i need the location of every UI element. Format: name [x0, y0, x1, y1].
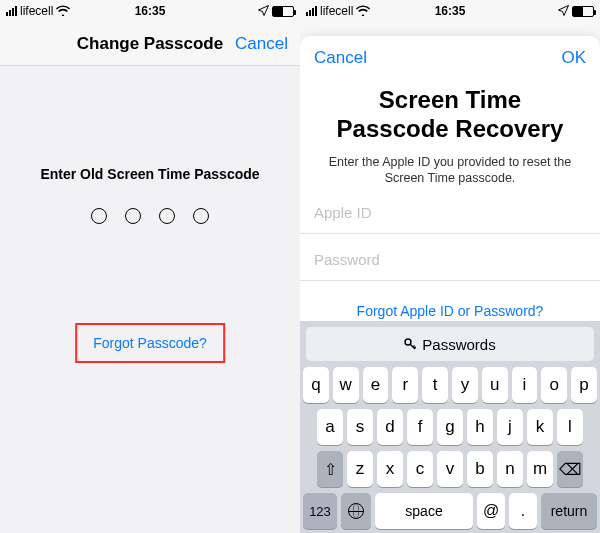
- sheet-title: Screen TimePasscode Recovery: [300, 86, 600, 144]
- at-key[interactable]: @: [477, 493, 505, 529]
- keyboard: Passwords qwertyuiop asdfghjkl ⇧ zxcvbnm…: [300, 321, 600, 533]
- passcode-dot: [159, 208, 175, 224]
- dot-key[interactable]: .: [509, 493, 537, 529]
- carrier-label: lifecell: [20, 4, 53, 18]
- keyboard-accessory-passwords[interactable]: Passwords: [306, 327, 594, 361]
- letter-key[interactable]: y: [452, 367, 478, 403]
- mode-key[interactable]: 123: [303, 493, 337, 529]
- letter-key[interactable]: v: [437, 451, 463, 487]
- letter-key[interactable]: s: [347, 409, 373, 445]
- wifi-icon: [56, 5, 70, 18]
- letter-key[interactable]: q: [303, 367, 329, 403]
- location-icon: [558, 5, 569, 18]
- nav-title: Change Passcode: [77, 34, 223, 54]
- forgot-passcode-link[interactable]: Forgot Passcode?: [77, 325, 223, 361]
- letter-key[interactable]: z: [347, 451, 373, 487]
- signal-icon: [6, 6, 17, 16]
- letter-key[interactable]: l: [557, 409, 583, 445]
- password-field[interactable]: [314, 251, 586, 268]
- cancel-button[interactable]: Cancel: [235, 34, 288, 54]
- letter-key[interactable]: f: [407, 409, 433, 445]
- letter-key[interactable]: a: [317, 409, 343, 445]
- annotation-highlight: Forgot Passcode?: [75, 323, 225, 363]
- apple-id-field[interactable]: [314, 204, 586, 221]
- letter-key[interactable]: n: [497, 451, 523, 487]
- letter-key[interactable]: r: [392, 367, 418, 403]
- backspace-icon: ⌫: [559, 460, 582, 479]
- carrier-label: lifecell: [320, 4, 353, 18]
- letter-key[interactable]: x: [377, 451, 403, 487]
- letter-key[interactable]: p: [571, 367, 597, 403]
- keyboard-row: asdfghjkl: [303, 409, 597, 445]
- letter-key[interactable]: c: [407, 451, 433, 487]
- letter-key[interactable]: g: [437, 409, 463, 445]
- letter-key[interactable]: o: [541, 367, 567, 403]
- clock-label: 16:35: [435, 4, 466, 18]
- return-key[interactable]: return: [541, 493, 597, 529]
- signal-icon: [306, 6, 317, 16]
- battery-icon: [572, 6, 594, 17]
- status-bar: lifecell 16:35: [0, 0, 300, 22]
- letter-key[interactable]: d: [377, 409, 403, 445]
- letter-key[interactable]: i: [512, 367, 538, 403]
- letter-key[interactable]: k: [527, 409, 553, 445]
- sheet-cancel-button[interactable]: Cancel: [314, 48, 367, 68]
- keyboard-row: qwertyuiop: [303, 367, 597, 403]
- letter-key[interactable]: h: [467, 409, 493, 445]
- passcode-dot: [125, 208, 141, 224]
- passcode-dot: [193, 208, 209, 224]
- shift-key[interactable]: ⇧: [317, 451, 343, 487]
- key-icon: [404, 336, 416, 353]
- keyboard-accessory-label: Passwords: [422, 336, 495, 353]
- location-icon: [258, 5, 269, 18]
- sheet-ok-button[interactable]: OK: [561, 48, 586, 68]
- keyboard-row: ⇧ zxcvbnm ⌫: [303, 451, 597, 487]
- wifi-icon: [356, 5, 370, 18]
- letter-key[interactable]: e: [363, 367, 389, 403]
- passcode-prompt: Enter Old Screen Time Passcode: [0, 166, 300, 182]
- globe-icon: [348, 503, 364, 519]
- letter-key[interactable]: j: [497, 409, 523, 445]
- letter-key[interactable]: u: [482, 367, 508, 403]
- letter-key[interactable]: w: [333, 367, 359, 403]
- status-bar: lifecell 16:35: [300, 0, 600, 22]
- space-key[interactable]: space: [375, 493, 473, 529]
- sheet-subtitle: Enter the Apple ID you provided to reset…: [300, 154, 600, 188]
- screen-change-passcode: lifecell 16:35 Change Passcode Cancel En…: [0, 0, 300, 533]
- screen-recovery: lifecell 16:35 Change Passcode Cancel Ca…: [300, 0, 600, 533]
- letter-key[interactable]: t: [422, 367, 448, 403]
- passcode-dot: [91, 208, 107, 224]
- shift-icon: ⇧: [324, 460, 337, 479]
- globe-key[interactable]: [341, 493, 371, 529]
- letter-key[interactable]: b: [467, 451, 493, 487]
- battery-icon: [272, 6, 294, 17]
- letter-key[interactable]: m: [527, 451, 553, 487]
- delete-key[interactable]: ⌫: [557, 451, 583, 487]
- forgot-apple-id-link[interactable]: Forgot Apple ID or Password?: [300, 303, 600, 319]
- clock-label: 16:35: [135, 4, 166, 18]
- passcode-dots[interactable]: [0, 208, 300, 224]
- nav-bar: Change Passcode Cancel: [0, 22, 300, 66]
